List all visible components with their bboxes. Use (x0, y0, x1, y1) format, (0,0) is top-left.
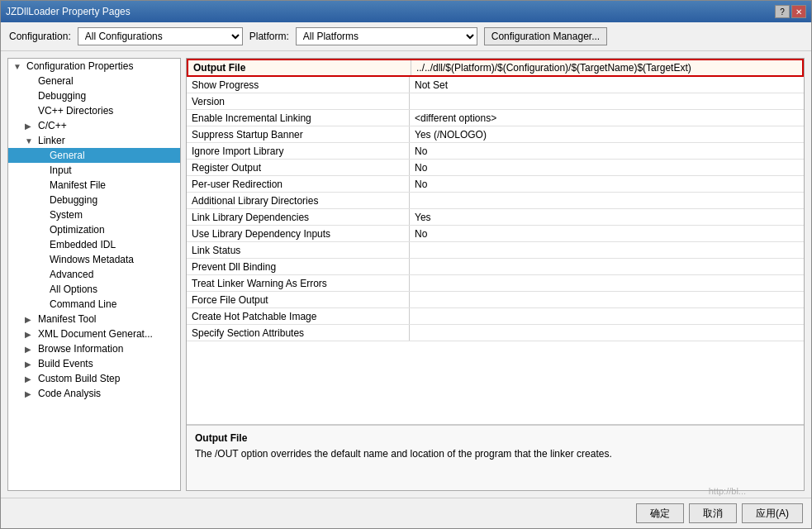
prop-row-1[interactable]: Show ProgressNot Set (187, 77, 804, 93)
close-button[interactable]: ✕ (791, 5, 806, 18)
prop-row-3[interactable]: Enable Incremental Linking<different opt… (187, 110, 804, 126)
sidebar-item-all-options[interactable]: All Options (8, 282, 180, 297)
sidebar-item-cpp[interactable]: ▶C/C++ (8, 118, 180, 133)
sidebar-item-command-line[interactable]: Command Line (8, 297, 180, 312)
prop-name-14: Force File Output (187, 292, 410, 307)
prop-value-0: ../../dll/$(Platform)/$(Configuration)/$… (411, 60, 802, 75)
sidebar-item-advanced[interactable]: Advanced (8, 267, 180, 282)
prop-value-3: <different options> (410, 110, 804, 126)
apply-button[interactable]: 应用(A) (742, 503, 803, 523)
expand-icon-build-events[interactable]: ▶ (25, 360, 36, 369)
title-bar-buttons: ? ✕ (775, 5, 806, 18)
cancel-button[interactable]: 取消 (689, 503, 737, 523)
prop-row-8[interactable]: Additional Library Directories (187, 193, 804, 209)
prop-row-10[interactable]: Use Library Dependency InputsNo (187, 226, 804, 242)
expand-icon-config-props[interactable]: ▼ (13, 62, 25, 71)
tree-item-label-vc-dirs: VC++ Directories (38, 105, 113, 117)
expand-icon-xml-doc[interactable]: ▶ (25, 330, 36, 339)
sidebar-item-code-analysis[interactable]: ▶Code Analysis (8, 386, 180, 401)
prop-name-1: Show Progress (187, 77, 410, 93)
watermark: http://bl... (709, 486, 746, 496)
prop-value-16 (410, 325, 804, 341)
prop-name-7: Per-user Redirection (187, 176, 410, 192)
prop-value-14 (410, 292, 804, 307)
prop-value-13 (410, 275, 804, 291)
prop-row-4[interactable]: Suppress Startup BannerYes (/NOLOGO) (187, 126, 804, 143)
prop-name-0: Output File (188, 60, 411, 75)
sidebar-item-linker-debug[interactable]: Debugging (8, 193, 180, 207)
configuration-select[interactable]: All Configurations (78, 27, 243, 45)
prop-row-16[interactable]: Specify Section Attributes (187, 325, 804, 341)
sidebar-item-linker[interactable]: ▼Linker (8, 133, 180, 148)
tree-item-label-config-props: Configuration Properties (26, 60, 133, 72)
sidebar-item-windows-metadata[interactable]: Windows Metadata (8, 252, 180, 267)
prop-value-1: Not Set (410, 77, 804, 93)
description-text: The /OUT option overrides the default na… (195, 447, 795, 461)
prop-value-15 (410, 308, 804, 324)
sidebar-item-vc-dirs[interactable]: VC++ Directories (8, 103, 180, 118)
prop-name-10: Use Library Dependency Inputs (187, 226, 410, 241)
sidebar-item-general[interactable]: General (8, 74, 180, 88)
sidebar-item-system[interactable]: System (8, 207, 180, 222)
properties-panel: Output File../../dll/$(Platform)/$(Confi… (186, 58, 805, 491)
tree-item-label-system: System (50, 209, 83, 221)
expand-icon-linker[interactable]: ▼ (25, 136, 36, 145)
platform-select[interactable]: All Platforms (296, 27, 477, 45)
expand-icon-cpp[interactable]: ▶ (25, 122, 36, 131)
config-manager-button[interactable]: Configuration Manager... (484, 27, 607, 45)
tree-item-label-optimization: Optimization (50, 224, 105, 236)
tree-item-label-browse-info: Browse Information (38, 343, 123, 355)
tree-item-label-xml-doc: XML Document Generat... (38, 328, 153, 340)
prop-row-7[interactable]: Per-user RedirectionNo (187, 176, 804, 193)
prop-name-9: Link Library Dependencies (187, 209, 410, 225)
sidebar-item-optimization[interactable]: Optimization (8, 222, 180, 237)
platform-label: Platform: (249, 31, 289, 42)
prop-row-0[interactable]: Output File../../dll/$(Platform)/$(Confi… (187, 59, 804, 77)
bottom-bar: http://bl... 确定 取消 应用(A) (1, 498, 811, 528)
sidebar-item-linker-input[interactable]: Input (8, 163, 180, 178)
tree-item-label-embedded-idl: Embedded IDL (50, 239, 116, 250)
sidebar-item-custom-build[interactable]: ▶Custom Build Step (8, 371, 180, 386)
help-button[interactable]: ? (775, 5, 790, 18)
sidebar-item-xml-doc[interactable]: ▶XML Document Generat... (8, 326, 180, 341)
description-panel: Output File The /OUT option overrides th… (187, 424, 804, 490)
expand-icon-code-analysis[interactable]: ▶ (25, 389, 36, 398)
sidebar-item-embedded-idl[interactable]: Embedded IDL (8, 237, 180, 252)
prop-name-12: Prevent Dll Binding (187, 259, 410, 274)
sidebar-item-debugging[interactable]: Debugging (8, 88, 180, 103)
prop-value-2 (410, 93, 804, 109)
prop-name-13: Treat Linker Warning As Errors (187, 275, 410, 291)
sidebar-item-manifest-tool[interactable]: ▶Manifest Tool (8, 312, 180, 326)
sidebar-item-manifest-file[interactable]: Manifest File (8, 178, 180, 193)
prop-row-13[interactable]: Treat Linker Warning As Errors (187, 275, 804, 292)
prop-name-11: Link Status (187, 242, 410, 258)
prop-row-11[interactable]: Link Status (187, 242, 804, 259)
sidebar-item-build-events[interactable]: ▶Build Events (8, 356, 180, 371)
prop-row-15[interactable]: Create Hot Patchable Image (187, 308, 804, 325)
sidebar-item-config-props[interactable]: ▼Configuration Properties (8, 59, 180, 74)
prop-name-5: Ignore Import Library (187, 143, 410, 159)
prop-name-15: Create Hot Patchable Image (187, 308, 410, 324)
expand-icon-browse-info[interactable]: ▶ (25, 345, 36, 354)
sidebar-item-browse-info[interactable]: ▶Browse Information (8, 341, 180, 356)
prop-row-14[interactable]: Force File Output (187, 292, 804, 308)
prop-row-5[interactable]: Ignore Import LibraryNo (187, 143, 804, 160)
expand-icon-manifest-tool[interactable]: ▶ (25, 315, 36, 324)
title-bar: JZDllLoader Property Pages ? ✕ (1, 1, 811, 22)
prop-row-2[interactable]: Version (187, 93, 804, 110)
prop-name-8: Additional Library Directories (187, 193, 410, 208)
prop-value-8 (410, 193, 804, 208)
prop-row-12[interactable]: Prevent Dll Binding (187, 259, 804, 275)
prop-row-9[interactable]: Link Library DependenciesYes (187, 209, 804, 226)
tree-item-label-all-options: All Options (50, 284, 97, 295)
tree-item-label-code-analysis: Code Analysis (38, 388, 101, 399)
tree-item-label-general: General (38, 75, 74, 87)
expand-icon-custom-build[interactable]: ▶ (25, 374, 36, 384)
prop-name-3: Enable Incremental Linking (187, 110, 410, 126)
sidebar-item-linker-general[interactable]: General (8, 148, 180, 163)
prop-row-6[interactable]: Register OutputNo (187, 160, 804, 176)
tree-item-label-custom-build: Custom Build Step (38, 373, 120, 384)
ok-button[interactable]: 确定 (636, 503, 684, 523)
tree-item-label-cpp: C/C++ (38, 120, 67, 131)
tree-item-label-manifest-tool: Manifest Tool (38, 313, 96, 325)
